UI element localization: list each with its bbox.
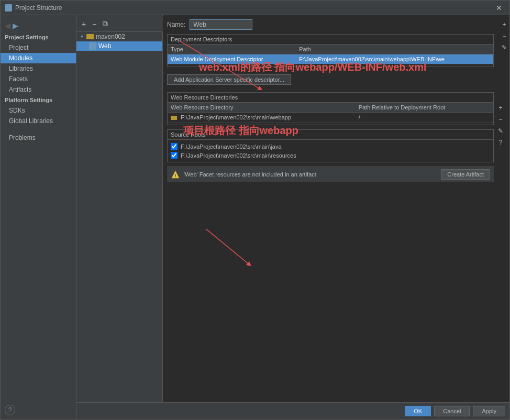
resources-path: F:\JavaProject\maven002\src\main\resourc… (181, 152, 296, 159)
web-help-btn[interactable]: ? (495, 137, 506, 148)
web-path-col-header: Path Relative to Deployment Root (356, 103, 493, 113)
close-button[interactable]: ✕ (493, 3, 505, 13)
web-remove-btn[interactable]: − (495, 114, 506, 125)
source-roots-label: Source Roots (168, 130, 493, 140)
source-roots-section: Source Roots F:\JavaProject\maven002\src… (167, 129, 494, 162)
web-resource-section: Web Resource Directories Web Resource Di… (167, 92, 494, 125)
sidebar-item-modules[interactable]: Modules (1, 53, 76, 63)
side-edit-btn[interactable]: ✎ (499, 42, 509, 53)
copy-item-button[interactable]: ⧉ (101, 18, 110, 29)
tree-panel: + − ⧉ ▼ maven002 Web (76, 15, 163, 402)
sidebar-item-project[interactable]: Project (1, 42, 76, 53)
window-title: Project Structure (15, 4, 490, 12)
remove-item-button[interactable]: − (90, 19, 98, 29)
add-server-descriptor-btn[interactable]: Add Application Server specific descript… (167, 74, 291, 85)
deployment-table: Type Path Web Module Deployment Descript… (168, 45, 493, 64)
source-roots-content: F:\JavaProject\maven002\src\main\java F:… (168, 140, 493, 162)
web-resource-table-row[interactable]: F:\JavaProject\maven002\src\main\webapp … (168, 113, 493, 123)
deployment-table-row[interactable]: Web Module Deployment Descriptor F:\Java… (168, 54, 493, 64)
sidebar: ◀ ▶ Project Settings Project Modules Lib… (1, 15, 76, 419)
deployment-path-cell: F:\JavaProject\maven002\src\main\webapp\… (296, 54, 493, 64)
web-resource-table-wrapper: Web Resource Directory Path Relative to … (168, 103, 493, 123)
window-icon (5, 4, 12, 12)
sidebar-item-problems[interactable]: Problems (1, 132, 76, 143)
project-settings-header: Project Settings (1, 32, 76, 42)
back-arrow[interactable]: ◀ (5, 21, 10, 30)
sidebar-item-sdks[interactable]: SDKs (1, 105, 76, 116)
content-area: ◀ ▶ Project Settings Project Modules Lib… (1, 15, 509, 419)
name-input[interactable] (190, 19, 252, 30)
web-resource-label: Web Resource Directories (168, 93, 493, 103)
web-add-btn[interactable]: + (495, 103, 506, 113)
nav-arrows: ◀ ▶ (1, 19, 76, 32)
ok-button[interactable]: OK (405, 406, 431, 416)
type-col-header: Type (168, 45, 296, 54)
detail-wrapper: + − ✎ Name: Deployment Descriptors (163, 15, 509, 402)
deployment-descriptors-label: Deployment Descriptors (168, 35, 493, 45)
main-panel: + − ⧉ ▼ maven002 Web (76, 15, 509, 419)
web-dir-col-header: Web Resource Directory (168, 103, 356, 113)
web-resource-table: Web Resource Directory Path Relative to … (168, 103, 493, 123)
title-bar: Project Structure ✕ (1, 1, 509, 15)
web-path-cell: / (356, 113, 493, 123)
tree-root-node[interactable]: ▼ maven002 (76, 32, 162, 41)
folder-icon (86, 34, 94, 39)
side-remove-btn[interactable]: − (499, 31, 509, 41)
java-checkbox[interactable] (171, 143, 178, 150)
name-label: Name: (167, 21, 185, 28)
platform-settings-header: Platform Settings (1, 95, 76, 105)
sidebar-item-global-libraries[interactable]: Global Libraries (1, 116, 76, 126)
cancel-button[interactable]: Cancel (434, 406, 470, 416)
warning-icon: ! (171, 170, 180, 179)
bottom-bar: ? OK Cancel Apply (76, 402, 509, 419)
path-col-header: Path (296, 45, 493, 54)
apply-button[interactable]: Apply (473, 406, 505, 416)
sidebar-item-facets[interactable]: Facets (1, 74, 76, 84)
forward-arrow[interactable]: ▶ (13, 21, 18, 30)
deployment-descriptors-section: Deployment Descriptors Type Path (167, 34, 494, 67)
warning-text: 'Web' Facet resources are not included i… (184, 171, 437, 178)
sidebar-item-artifacts[interactable]: Artifacts (1, 84, 76, 95)
sidebar-item-libraries[interactable]: Libraries (1, 63, 76, 74)
java-path: F:\JavaProject\maven002\src\main\java (181, 143, 282, 150)
create-artifact-button[interactable]: Create Artifact (441, 169, 490, 180)
web-dir-cell: F:\JavaProject\maven002\src\main\webapp (168, 113, 356, 123)
tree-child-label: Web (98, 42, 111, 50)
split-area: + − ⧉ ▼ maven002 Web (76, 15, 509, 402)
svg-line-3 (206, 229, 250, 264)
module-icon (89, 42, 96, 50)
tree-child-node[interactable]: Web (76, 41, 162, 51)
tree-expand-arrow: ▼ (80, 34, 84, 39)
source-checkbox-java: F:\JavaProject\maven002\src\main\java (168, 142, 493, 151)
deployment-table-wrapper: Type Path Web Module Deployment Descript… (168, 45, 493, 64)
tree-root-label: maven002 (96, 33, 125, 40)
side-add-btn[interactable]: + (499, 19, 509, 30)
web-edit-btn[interactable]: ✎ (495, 126, 506, 136)
add-item-button[interactable]: + (80, 19, 88, 29)
warning-row: ! 'Web' Facet resources are not included… (167, 167, 494, 182)
svg-text:!: ! (175, 173, 176, 178)
tree-toolbar: + − ⧉ (76, 16, 163, 32)
name-row: Name: (167, 19, 494, 30)
project-structure-window: Project Structure ✕ ◀ ▶ Project Settings… (0, 0, 510, 420)
resources-checkbox[interactable] (171, 152, 178, 159)
deployment-type-cell: Web Module Deployment Descriptor (168, 54, 296, 64)
source-checkbox-resources: F:\JavaProject\maven002\src\main\resourc… (168, 151, 493, 160)
